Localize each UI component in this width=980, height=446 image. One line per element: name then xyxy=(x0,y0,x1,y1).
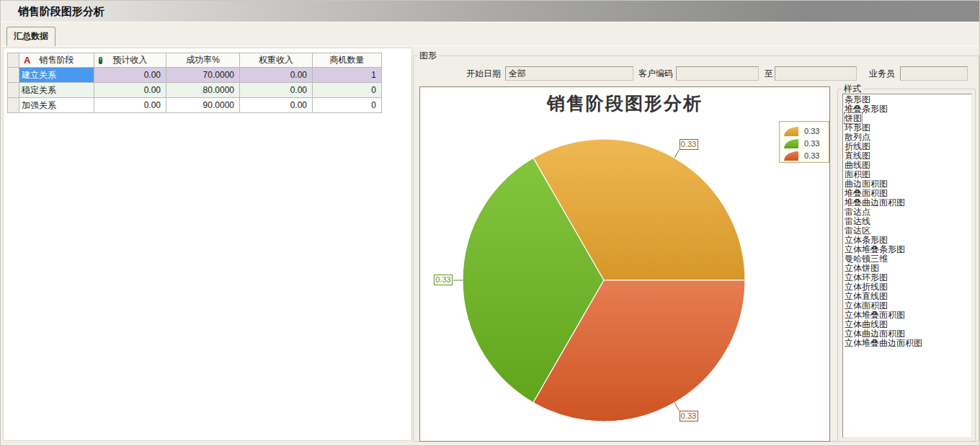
style-option-label: 曲线图 xyxy=(845,160,870,170)
row-selector[interactable] xyxy=(8,68,19,83)
cell-success-rate[interactable]: 90.0000 xyxy=(166,98,240,113)
cell-stage[interactable]: 建立关系 xyxy=(19,68,94,83)
row-selector-header[interactable] xyxy=(8,53,19,68)
summary-table-panel: A 销售阶段 预计收入 成功率% 权重收入 商机数量 xyxy=(3,48,412,441)
pie-slice-label: 0.33 xyxy=(680,411,698,422)
style-option-label: 雷达线 xyxy=(845,216,870,226)
table-row[interactable]: 稳定关系 0.00 80.0000 0.00 0 xyxy=(8,83,382,98)
customer-code-input[interactable] xyxy=(676,66,759,81)
tab-strip: 汇总数据 xyxy=(1,23,979,45)
style-option-label: 面积图 xyxy=(845,169,870,179)
style-option-label: 立体折线图 xyxy=(845,282,888,292)
style-option-label: 散列点 xyxy=(845,132,870,142)
style-option-label: 立体条形图 xyxy=(845,235,888,245)
cell-weighted-income[interactable]: 0.00 xyxy=(240,98,313,113)
cell-weighted-income[interactable]: 0.00 xyxy=(240,68,313,83)
page-title: 销售阶段图形分析 xyxy=(18,1,104,22)
style-option[interactable]: 堆叠条形图 xyxy=(843,104,971,114)
style-option-label: 立体堆叠曲边面积图 xyxy=(845,338,922,348)
legend-swatch-icon xyxy=(784,139,798,148)
style-option-label: 立体直线图 xyxy=(845,291,888,301)
style-option-label: 雷达点 xyxy=(845,207,870,217)
table-header-row: A 销售阶段 预计收入 成功率% 权重收入 商机数量 xyxy=(8,53,382,68)
style-panel-label: 样式 xyxy=(842,84,863,94)
table-row[interactable]: 建立关系 0.00 70.0000 0.00 1 xyxy=(8,68,382,83)
style-option-label: 雷达区 xyxy=(845,226,870,236)
column-header-opportunity-count[interactable]: 商机数量 xyxy=(313,53,382,68)
chart-area: 销售阶段图形分析 0.33 0.33 0.33 0.33 0.33 xyxy=(419,86,830,442)
style-panel: 样式 条形图堆叠条形图饼图环形图散列点折线图直线图曲线图面积图曲边面积图堆叠面积… xyxy=(837,89,976,442)
column-header-stage[interactable]: A 销售阶段 xyxy=(19,53,94,68)
style-option-label: 饼图 xyxy=(845,113,862,123)
callout-leader-line xyxy=(674,403,680,411)
callout-leader-line xyxy=(674,150,680,158)
customer-code-to-input[interactable] xyxy=(775,66,857,81)
legend-item: 0.33 xyxy=(784,125,829,137)
customer-code-label: 客户编码 xyxy=(638,67,673,81)
style-option-label: 立体面积图 xyxy=(845,300,888,311)
column-header-label: 成功率% xyxy=(186,55,220,65)
cell-opportunity-count[interactable]: 1 xyxy=(313,68,382,83)
chart-legend: 0.33 0.33 0.33 xyxy=(779,121,829,163)
column-header-expected-income[interactable]: 预计收入 xyxy=(94,53,166,68)
style-option-label: 立体环形图 xyxy=(845,272,888,282)
cell-stage[interactable]: 稳定关系 xyxy=(19,83,94,98)
style-option-label: 直线图 xyxy=(845,151,870,161)
cell-success-rate[interactable]: 80.0000 xyxy=(166,83,240,98)
cell-expected-income[interactable]: 0.00 xyxy=(94,98,166,113)
range-to-label: 至 xyxy=(765,67,773,81)
cell-success-rate[interactable]: 70.0000 xyxy=(166,68,240,83)
column-header-success-rate[interactable]: 成功率% xyxy=(166,53,240,68)
style-option-label: 立体堆叠面积图 xyxy=(845,310,905,320)
legend-swatch-icon xyxy=(784,127,798,136)
style-option[interactable]: 立体堆叠曲边面积图 xyxy=(843,339,971,348)
tab-summary-data[interactable]: 汇总数据 xyxy=(6,27,55,46)
column-header-label: 销售阶段 xyxy=(40,55,74,65)
graph-panel-label: 图形 xyxy=(417,50,439,61)
pie-slice-label: 0.33 xyxy=(680,139,698,150)
style-option-label: 立体曲边面积图 xyxy=(845,329,905,339)
content-area: A 销售阶段 预计收入 成功率% 权重收入 商机数量 xyxy=(1,45,979,442)
column-header-weighted-income[interactable]: 权重收入 xyxy=(240,53,313,68)
filter-indicator-icon xyxy=(99,57,102,64)
column-header-label: 商机数量 xyxy=(330,55,365,65)
cell-opportunity-count[interactable]: 0 xyxy=(313,83,382,98)
style-option-label: 折线图 xyxy=(845,141,870,151)
column-header-label: 预计收入 xyxy=(113,55,148,65)
sort-ascending-icon: A xyxy=(24,53,30,67)
style-option-label: 曲边面积图 xyxy=(845,179,888,189)
legend-swatch-icon xyxy=(784,151,798,161)
table-row[interactable]: 加强关系 0.00 90.0000 0.00 0 xyxy=(8,98,382,113)
legend-item: 0.33 xyxy=(784,150,829,161)
salesperson-label: 业务员 xyxy=(869,67,895,81)
style-option-label: 曼哈顿三维 xyxy=(845,254,888,264)
cell-expected-income[interactable]: 0.00 xyxy=(94,68,166,83)
start-date-label: 开始日期 xyxy=(466,67,501,81)
summary-table: A 销售阶段 预计收入 成功率% 权重收入 商机数量 xyxy=(7,53,382,113)
legend-value: 0.33 xyxy=(804,127,819,135)
style-listbox[interactable]: 条形图堆叠条形图饼图环形图散列点折线图直线图曲线图面积图曲边面积图堆叠面积图堆叠… xyxy=(842,94,972,438)
style-option-label: 立体曲线图 xyxy=(845,319,888,329)
row-selector[interactable] xyxy=(8,83,19,98)
legend-item: 0.33 xyxy=(784,138,829,149)
column-header-label: 权重收入 xyxy=(259,55,293,65)
app-window: 销售阶段图形分析 汇总数据 A 销售阶段 预计收入 成功 xyxy=(0,0,980,446)
window-titlebar: 销售阶段图形分析 xyxy=(1,1,979,22)
style-option-label: 堆叠条形图 xyxy=(845,104,888,114)
pie-chart xyxy=(420,87,829,441)
style-option-label: 环形图 xyxy=(845,122,870,133)
legend-value: 0.33 xyxy=(804,139,819,148)
cell-expected-income[interactable]: 0.00 xyxy=(94,83,166,98)
salesperson-input[interactable] xyxy=(900,66,968,81)
pie-slice-label: 0.33 xyxy=(434,275,453,285)
row-selector[interactable] xyxy=(8,98,19,113)
cell-weighted-income[interactable]: 0.00 xyxy=(240,83,313,98)
style-option-label: 立体堆叠条形图 xyxy=(845,244,905,254)
legend-value: 0.33 xyxy=(804,151,819,160)
cell-opportunity-count[interactable]: 0 xyxy=(313,98,382,113)
style-option-label: 立体饼图 xyxy=(845,263,879,273)
cell-stage[interactable]: 加强关系 xyxy=(19,98,94,113)
style-option-label: 堆叠面积图 xyxy=(845,188,888,198)
start-date-input[interactable] xyxy=(505,66,633,81)
graph-panel: 图形 开始日期 客户编码 至 业务员 销售阶段图形分析 0.33 0.33 0.… xyxy=(413,55,979,442)
